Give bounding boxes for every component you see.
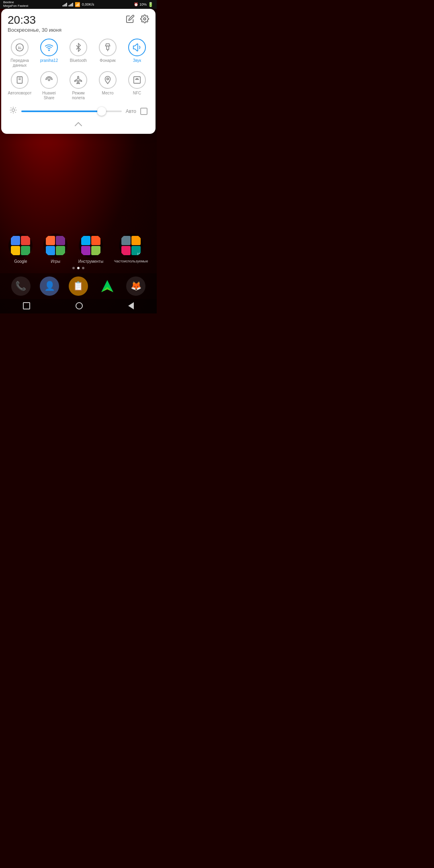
svg-point-2: [143, 18, 146, 20]
svg-point-12: [107, 78, 109, 80]
folder-recent[interactable]: ❯❯ Частоиспользуемые: [114, 233, 148, 264]
svg-text:1L: 1L: [18, 46, 22, 50]
edit-button[interactable]: [126, 14, 135, 25]
qp-date: Воскресенье, 30 июня: [8, 27, 61, 33]
signal-bars-2: [69, 2, 73, 6]
dock-firefox[interactable]: 🦊: [126, 276, 145, 296]
toggle-bluetooth[interactable]: Bluetooth: [66, 39, 90, 68]
brightness-slider[interactable]: [21, 107, 122, 115]
qp-header-icons: [126, 14, 149, 25]
svg-line-17: [11, 108, 12, 108]
folder-games-label: Игры: [51, 259, 60, 264]
dot-1: [72, 267, 75, 269]
svg-rect-6: [106, 46, 109, 49]
quick-panel: 20:33 Воскресенье, 30 июня: [1, 9, 156, 134]
svg-rect-13: [134, 77, 141, 84]
nfc-icon: [128, 71, 146, 89]
wifi-icon: [40, 39, 58, 56]
toggle-rotation-label: Автоповорот: [8, 91, 31, 96]
signal-bars-1: [63, 2, 67, 6]
brightness-sun-icon: [9, 106, 17, 116]
dot-2: [77, 267, 80, 269]
battery-percent: 10%: [139, 2, 147, 6]
folder-tools-label: Инструменты: [78, 259, 103, 264]
svg-line-21: [11, 112, 12, 113]
status-center-icons: 📶 0,00K/s: [63, 2, 94, 7]
toggle-sound[interactable]: Звук: [125, 39, 149, 68]
brightness-auto-checkbox[interactable]: [140, 108, 147, 115]
dock-contacts[interactable]: 👤: [40, 276, 59, 296]
folder-tools-icon: [79, 233, 103, 258]
brightness-fill: [21, 111, 102, 112]
folder-google-label: Google: [14, 259, 27, 264]
folder-recent-label: Частоиспользуемые: [114, 259, 148, 263]
collapse-arrow[interactable]: [8, 121, 149, 127]
status-bar: Beeline MegaFon Fastest 📶 0,00K/s ⏰ 10% …: [0, 0, 157, 9]
toggle-row-1: 1L Передачаданных praniha12: [8, 39, 149, 68]
toggle-row-2: Автоповорот Huawei Share Режим полета: [8, 71, 149, 100]
dock-notes[interactable]: 📋: [69, 276, 88, 296]
sound-icon: [128, 39, 146, 56]
toggle-bluetooth-label: Bluetooth: [70, 58, 87, 63]
toggle-flashlight-label: Фонарик: [100, 58, 116, 63]
qp-time-date: 20:33 Воскресенье, 30 июня: [8, 14, 61, 33]
toggle-airplane[interactable]: Режим полета: [66, 71, 90, 100]
svg-line-18: [15, 112, 16, 113]
dock: 📞 👤 📋 🦊: [0, 273, 157, 299]
toggle-wifi-label: praniha12: [40, 58, 58, 63]
battery-icon: 🔋: [148, 2, 154, 7]
folder-tools[interactable]: Инструменты: [78, 233, 103, 264]
toggle-airplane-label: Режим полета: [66, 91, 90, 100]
toggle-data-label: Передачаданных: [10, 58, 29, 68]
toggle-location[interactable]: Место: [96, 71, 120, 100]
brightness-row: Авто: [8, 106, 149, 116]
folder-games[interactable]: Игры: [43, 233, 68, 264]
toggle-nfc-label: NFC: [133, 91, 141, 96]
toggle-location-label: Место: [102, 91, 113, 96]
bluetooth-icon: [70, 39, 87, 56]
toggle-data[interactable]: 1L Передачаданных: [8, 39, 32, 68]
alarm-icon: ⏰: [134, 2, 138, 6]
back-button[interactable]: [128, 302, 134, 309]
qp-time: 20:33: [8, 14, 61, 26]
carrier-info: Beeline MegaFon Fastest: [3, 1, 28, 8]
toggle-huawei-share-label: Huawei Share: [37, 91, 61, 100]
svg-point-14: [12, 109, 15, 112]
data-transfer-icon: 1L: [11, 39, 29, 56]
qp-header: 20:33 Воскресенье, 30 июня: [8, 14, 149, 33]
dock-phone[interactable]: 📞: [11, 276, 31, 296]
location-icon: [99, 71, 117, 89]
huawei-share-icon: [40, 71, 58, 89]
brightness-thumb[interactable]: [97, 107, 106, 116]
recent-button[interactable]: [23, 302, 30, 309]
page-dots: [0, 267, 157, 269]
svg-line-22: [15, 108, 16, 108]
airplane-icon: [70, 71, 87, 89]
network-speed: 0,00K/s: [82, 2, 94, 6]
folder-recent-icon: ❯❯: [119, 233, 143, 258]
carrier2-label: MegaFon Fastest: [3, 4, 28, 8]
settings-button[interactable]: [140, 14, 149, 25]
dot-3: [82, 267, 84, 269]
toggle-sound-label: Звук: [133, 58, 141, 63]
nav-bar: [0, 299, 157, 313]
toggle-rotation[interactable]: Автоповорот: [8, 71, 32, 100]
app-folders: Google Игры Инструменты: [0, 229, 157, 264]
toggle-nfc[interactable]: NFC: [125, 71, 149, 100]
toggle-huawei-share[interactable]: Huawei Share: [37, 71, 61, 100]
home-button[interactable]: [76, 302, 83, 309]
toggle-flashlight[interactable]: Фонарик: [96, 39, 120, 68]
dock-send[interactable]: [98, 276, 117, 296]
svg-marker-0: [101, 280, 113, 292]
status-right-icons: ⏰ 10% 🔋: [134, 2, 154, 7]
flashlight-icon: [99, 39, 117, 56]
brightness-track: [21, 111, 122, 112]
wifi-status-icon: 📶: [75, 2, 80, 7]
rotation-icon: [11, 71, 29, 89]
folder-games-icon: [43, 233, 68, 258]
brightness-auto-label: Авто: [126, 108, 136, 114]
toggle-wifi[interactable]: praniha12: [37, 39, 61, 68]
folder-google[interactable]: Google: [8, 233, 33, 264]
homescreen: Google Игры Инструменты: [0, 229, 157, 313]
folder-google-icon: [8, 233, 33, 258]
